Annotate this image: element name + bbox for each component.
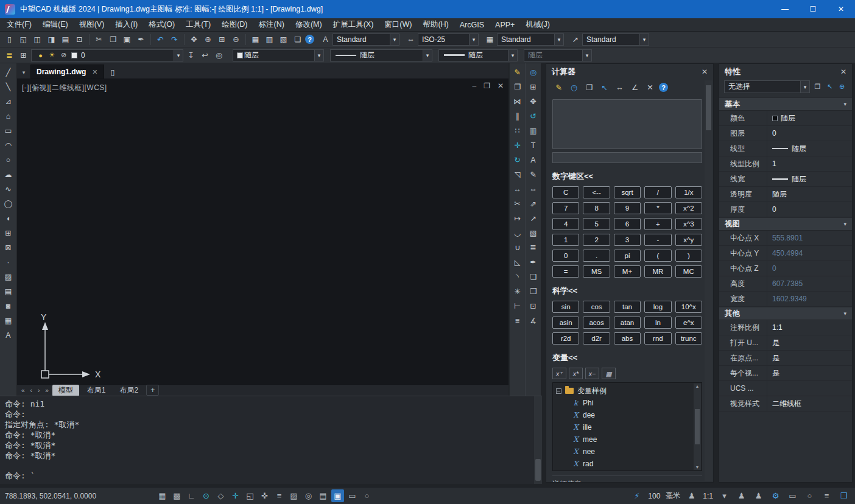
polyline-icon[interactable]: ⊿: [2, 95, 15, 108]
match-properties-icon[interactable]: ✒: [527, 256, 540, 268]
section-basic[interactable]: 基本 ▾: [719, 97, 852, 111]
menu-item[interactable]: APP+: [490, 18, 520, 31]
section-view[interactable]: 视图 ▾: [719, 217, 852, 231]
calculator-history-display[interactable]: [552, 99, 702, 149]
layer-combo[interactable]: ●☀⊘ 0 ▾: [31, 49, 183, 61]
layout-tab-layout1[interactable]: 布局1: [81, 385, 112, 396]
menu-item[interactable]: 扩展工具(X): [328, 18, 379, 31]
paste-icon[interactable]: ▣: [121, 33, 133, 46]
property-value[interactable]: 是: [767, 351, 848, 365]
zoom-realtime-icon[interactable]: ⊕: [202, 33, 214, 46]
property-row[interactable]: 注释比例 1:1: [719, 320, 852, 335]
extend-icon[interactable]: ↦: [511, 212, 524, 225]
plot-preview-icon[interactable]: ⊡: [73, 33, 86, 46]
property-row[interactable]: 宽度 1602.9349: [719, 292, 852, 307]
circle-icon[interactable]: ○: [2, 153, 15, 166]
multileader-style-combo[interactable]: Standard ▾: [582, 33, 649, 46]
menu-item[interactable]: ArcGIS: [454, 18, 490, 31]
pick-point-icon[interactable]: ↖: [598, 81, 611, 94]
chevron-down-icon[interactable]: ▾: [174, 50, 183, 61]
property-value[interactable]: 是: [767, 335, 848, 350]
tree-root-row[interactable]: 变量样例: [556, 385, 692, 397]
variable-item[interactable]: X mee: [556, 433, 692, 446]
break-icon[interactable]: ◡: [511, 226, 524, 239]
move-icon[interactable]: ✛: [511, 139, 524, 152]
chamfer-icon[interactable]: ◺: [511, 256, 524, 268]
single-line-text-icon[interactable]: T: [527, 139, 540, 152]
calc-button[interactable]: -: [644, 234, 671, 246]
save-icon[interactable]: ◫: [31, 33, 44, 46]
redo-icon[interactable]: ↷: [168, 33, 181, 46]
annotation-scale-value[interactable]: 1:1: [702, 489, 714, 502]
property-row[interactable]: 每个视... 是: [719, 366, 852, 381]
chevron-down-icon[interactable]: ▾: [639, 34, 649, 45]
pan-icon[interactable]: ✥: [188, 33, 200, 46]
gradient-icon[interactable]: ▤: [2, 285, 15, 298]
property-row[interactable]: 颜色 随层: [719, 111, 852, 126]
copy-icon[interactable]: ❐: [107, 33, 119, 46]
calc-button[interactable]: +: [644, 218, 671, 230]
tab-close-icon[interactable]: ✕: [92, 68, 97, 76]
zoom-previous-icon[interactable]: ⊖: [230, 33, 242, 46]
property-value[interactable]: 1:1: [767, 320, 848, 335]
workspace-gear-icon[interactable]: ⚙: [769, 489, 782, 502]
calc-button[interactable]: ln: [644, 317, 671, 329]
new-drawing-tab-icon[interactable]: ▯: [107, 66, 119, 79]
clean-screen-icon[interactable]: ○: [803, 489, 816, 502]
help-icon[interactable]: ?: [305, 35, 314, 44]
menu-item[interactable]: 机械(J): [520, 18, 555, 31]
table-style-combo[interactable]: Standard ▾: [497, 33, 564, 46]
menu-item[interactable]: 视图(V): [74, 18, 110, 31]
command-prompt[interactable]: 命令: `: [5, 471, 35, 481]
calc-button[interactable]: log: [644, 301, 671, 313]
object-snap-tracking-icon[interactable]: ✛: [229, 489, 242, 502]
chevron-down-icon[interactable]: ▾: [843, 221, 846, 227]
layer-properties-icon[interactable]: ≣: [3, 49, 16, 61]
calc-button[interactable]: *: [644, 202, 671, 214]
drawing-tab[interactable]: Drawing1.dwg ✕: [30, 65, 104, 79]
property-value[interactable]: 450.4994: [767, 246, 848, 261]
property-value[interactable]: [767, 381, 848, 396]
separator[interactable]: [184, 34, 185, 45]
explode-icon[interactable]: ✳: [511, 285, 524, 298]
calc-button[interactable]: C: [552, 186, 579, 198]
mirror-icon[interactable]: ⋈: [511, 95, 524, 108]
separator[interactable]: [245, 34, 246, 45]
cut-icon[interactable]: ✂: [93, 33, 105, 46]
chevron-down-icon[interactable]: ▾: [582, 50, 591, 61]
calc-button[interactable]: x^3: [675, 218, 702, 230]
polar-tracking-icon[interactable]: ⊙: [200, 489, 213, 502]
property-value[interactable]: 0: [767, 261, 848, 276]
calc-button[interactable]: trunc: [675, 332, 702, 345]
leader-icon[interactable]: ↗: [527, 212, 540, 225]
lineweight-combo[interactable]: 随层 ▾: [438, 49, 518, 61]
polygon-icon[interactable]: ⌂: [2, 110, 15, 122]
calc-button[interactable]: abs: [614, 332, 641, 345]
region-icon[interactable]: ◙: [2, 299, 15, 312]
drawing-canvas[interactable]: [-][俯视][二维线框][WCS] ‒❐✕ Y X: [17, 79, 508, 384]
menu-item[interactable]: 编辑(E): [37, 18, 74, 31]
lineweight-display-icon[interactable]: ≡: [273, 489, 286, 502]
multiline-text-icon[interactable]: A: [527, 153, 540, 166]
property-row[interactable]: 中心点 Y 450.4994: [719, 246, 852, 261]
property-value[interactable]: 是: [767, 366, 848, 380]
calc-button[interactable]: ): [675, 250, 702, 262]
calc-button[interactable]: MR: [644, 265, 671, 278]
calc-button[interactable]: 0: [552, 250, 579, 262]
layout-tab-layout2[interactable]: 布局2: [114, 385, 145, 396]
calc-button[interactable]: /: [644, 186, 671, 198]
tab-list-icon[interactable]: ▾: [19, 66, 28, 79]
property-value[interactable]: 随层: [767, 187, 848, 201]
calc-button[interactable]: (: [644, 250, 671, 262]
properties-icon[interactable]: ≣: [527, 241, 540, 254]
layer-isolate-icon[interactable]: ◎: [213, 49, 225, 61]
menu-item[interactable]: 窗口(W): [379, 18, 417, 31]
named-views-icon[interactable]: ▥: [527, 124, 540, 137]
new-layout-button[interactable]: +: [146, 385, 159, 396]
table-icon[interactable]: ▦: [2, 314, 15, 327]
calc-button[interactable]: r2d: [552, 332, 579, 345]
minimize-button[interactable]: —: [771, 0, 799, 18]
insert-block-icon[interactable]: ⊞: [2, 226, 15, 239]
color-combo[interactable]: 随层 ▾: [233, 49, 324, 61]
selection-cycling-icon[interactable]: ◎: [302, 489, 315, 502]
